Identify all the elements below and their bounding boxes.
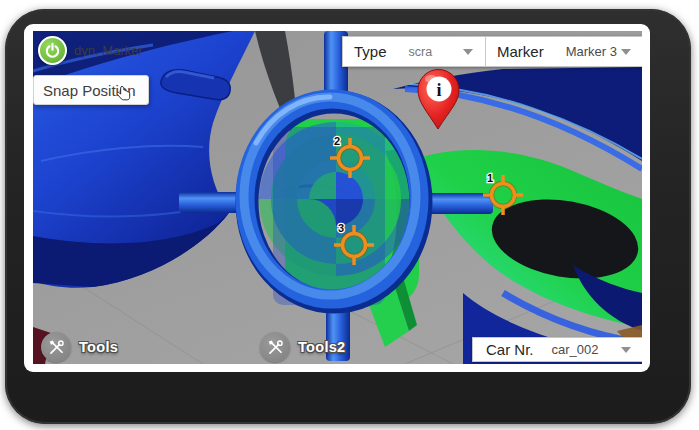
tools-icon — [41, 332, 71, 362]
tools-button[interactable]: Tools — [41, 332, 118, 362]
dyn-marker-toggle-row: dyn. Marker — [38, 36, 143, 65]
chevron-down-icon[interactable] — [621, 49, 631, 55]
type-label: Type — [354, 43, 387, 60]
info-pin[interactable]: i — [418, 70, 459, 130]
marker-label: 3 — [338, 222, 344, 234]
marker-dropdown-value: Marker 3 — [566, 44, 617, 59]
marker-dropdown-label: Marker — [497, 43, 544, 60]
type-dropdown[interactable]: Type scra — [343, 37, 485, 66]
chevron-down-icon[interactable] — [463, 49, 473, 55]
marker-label: 1 — [487, 172, 493, 184]
chevron-down-icon[interactable] — [621, 347, 631, 353]
info-icon: i — [437, 80, 442, 100]
car-nr-dropdown[interactable]: Car Nr. car_002 — [472, 337, 642, 362]
car-nr-value: car_002 — [552, 342, 599, 357]
app-panel: 2 3 1 — [24, 24, 650, 372]
power-toggle-button[interactable] — [38, 36, 67, 65]
marker-dropdown[interactable]: Marker Marker 3 — [485, 37, 642, 66]
snap-position-tooltip: Snap Position — [33, 75, 149, 105]
marker-label: 2 — [334, 135, 340, 147]
tools-icon — [260, 332, 290, 362]
tools-button-label: Tools — [79, 339, 118, 355]
car-nr-label: Car Nr. — [486, 341, 534, 358]
hand-cursor-icon — [117, 85, 132, 102]
3d-viewport[interactable]: 2 3 1 — [33, 31, 642, 364]
tools2-button-label: Tools2 — [298, 339, 345, 355]
top-dropdown-bar: Type scra Marker Marker 3 — [342, 36, 642, 67]
power-icon — [44, 42, 61, 59]
car-body-left-door — [33, 31, 255, 288]
type-value: scra — [409, 45, 433, 59]
dyn-marker-label: dyn. Marker — [74, 43, 143, 58]
tools2-button[interactable]: Tools2 — [260, 332, 345, 362]
